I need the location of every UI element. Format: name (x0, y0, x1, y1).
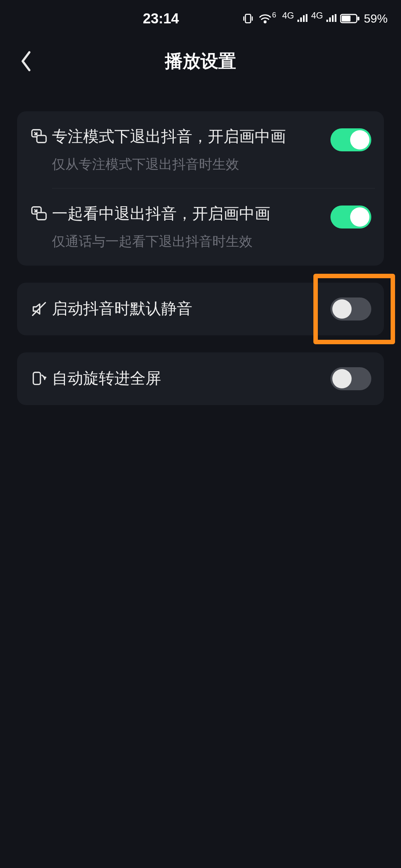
settings-group-mute: 启动抖音时默认静音 (17, 283, 384, 335)
setting-row-pip-focus[interactable]: 专注模式下退出抖音，开启画中画 仅从专注模式下退出抖音时生效 (17, 111, 384, 188)
setting-row-body: 一起看中退出抖音，开启画中画 仅通话与一起看下退出抖音时生效 (52, 203, 330, 250)
svg-rect-0 (245, 14, 251, 23)
signal-1-label: 4G (282, 10, 294, 21)
toggle-pip-focus[interactable] (330, 128, 371, 151)
back-button[interactable] (15, 50, 37, 72)
svg-rect-6 (358, 17, 359, 20)
title-bar: 播放设置 (0, 37, 401, 85)
svg-rect-10 (37, 213, 46, 220)
svg-rect-8 (37, 135, 46, 142)
setting-row-pip-watch-together[interactable]: 一起看中退出抖音，开启画中画 仅通话与一起看下退出抖音时生效 (17, 188, 384, 265)
content: 专注模式下退出抖音，开启画中画 仅从专注模式下退出抖音时生效 一起看中退出抖音，… (0, 85, 401, 405)
toggle-auto-rotate[interactable] (330, 367, 371, 390)
rotate-icon (26, 370, 52, 387)
battery-percent: 59% (364, 12, 388, 26)
setting-title: 自动旋转进全屏 (52, 368, 323, 389)
setting-row-auto-rotate[interactable]: 自动旋转进全屏 (17, 352, 384, 405)
pip-icon (26, 126, 52, 145)
setting-subtitle: 仅通话与一起看下退出抖音时生效 (52, 233, 323, 251)
svg-rect-5 (342, 16, 351, 22)
toggle-pip-watch-together[interactable] (330, 206, 371, 228)
settings-group-pip: 专注模式下退出抖音，开启画中画 仅从专注模式下退出抖音时生效 一起看中退出抖音，… (17, 111, 384, 266)
wifi-gen-label: 6 (272, 11, 276, 19)
setting-title: 专注模式下退出抖音，开启画中画 (52, 126, 323, 147)
setting-row-default-mute[interactable]: 启动抖音时默认静音 (17, 283, 384, 335)
toggle-knob (350, 130, 369, 149)
mute-icon (26, 300, 52, 318)
chevron-left-icon (19, 50, 33, 72)
svg-rect-12 (33, 372, 40, 384)
toggle-knob (332, 369, 352, 388)
status-bar: 23:14 6 4G 4G (0, 0, 401, 37)
setting-row-body: 自动旋转进全屏 (52, 368, 330, 389)
settings-group-rotate: 自动旋转进全屏 (17, 352, 384, 405)
battery-icon (340, 13, 360, 24)
toggle-knob (332, 299, 352, 319)
vibrate-icon (242, 12, 254, 25)
setting-row-body: 启动抖音时默认静音 (52, 298, 330, 319)
svg-point-3 (264, 21, 266, 23)
setting-title: 一起看中退出抖音，开启画中画 (52, 203, 323, 224)
signal-1-icon: 4G (282, 13, 307, 24)
signal-2-icon: 4G (311, 13, 336, 24)
page-title: 播放设置 (0, 49, 401, 73)
pip-icon (26, 203, 52, 222)
setting-subtitle: 仅从专注模式下退出抖音时生效 (52, 155, 323, 174)
status-right: 6 4G 4G 59% (242, 12, 388, 26)
setting-row-body: 专注模式下退出抖音，开启画中画 仅从专注模式下退出抖音时生效 (52, 126, 330, 173)
setting-title: 启动抖音时默认静音 (52, 298, 323, 319)
toggle-default-mute[interactable] (330, 297, 371, 320)
toggle-knob (350, 207, 369, 227)
status-time-wrap: 23:14 (80, 11, 242, 27)
status-time: 23:14 (143, 11, 179, 27)
signal-2-label: 4G (311, 10, 323, 21)
wifi-icon: 6 (258, 13, 278, 24)
